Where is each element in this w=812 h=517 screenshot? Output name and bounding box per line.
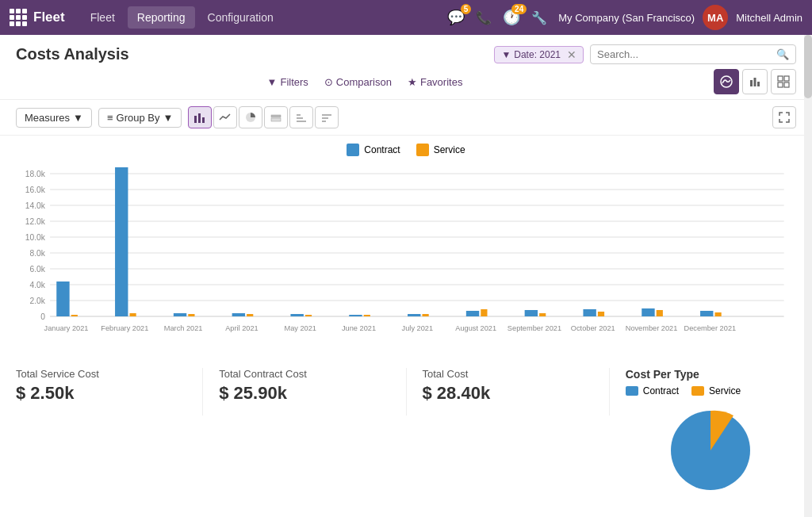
bar-nov-service[interactable] [657, 310, 663, 316]
bar-dec-service[interactable] [715, 312, 722, 316]
bar-dec-contract[interactable] [700, 311, 713, 316]
bar-feb-contract[interactable] [115, 167, 128, 316]
bar-aug-contract[interactable] [466, 311, 479, 316]
x-label-jan: January 2021 [44, 324, 89, 332]
view-grid-btn[interactable] [771, 69, 796, 94]
expand-btn[interactable] [772, 106, 796, 128]
svg-rect-3 [757, 82, 760, 86]
group-by-btn[interactable]: ≡ Group By ▼ [98, 108, 182, 128]
comparison-label: Comparison [336, 76, 392, 88]
bar-apr-contract[interactable] [232, 313, 245, 316]
contract-cost-label: Total Contract Cost [219, 368, 389, 380]
divider-1 [202, 368, 203, 416]
view-graph-btn[interactable] [714, 69, 739, 94]
bar-may-service[interactable] [305, 315, 312, 316]
pie-legend-contract: Contract [626, 385, 679, 396]
phone-btn[interactable]: 📞 [473, 7, 495, 29]
top-navigation: Fleet Fleet Reporting Configuration 💬 5 … [0, 0, 812, 35]
svg-rect-7 [784, 82, 789, 87]
x-label-jul: July 2021 [402, 324, 433, 332]
svg-rect-1 [750, 80, 753, 86]
svg-rect-5 [784, 76, 789, 81]
pie-title: Cost Per Type [626, 368, 699, 381]
legend-service-color [416, 144, 429, 156]
bar-sep-contract[interactable] [525, 310, 538, 316]
measures-label: Measures [25, 112, 70, 124]
total-cost-label: Total Cost [423, 368, 593, 380]
scrollbar-thumb[interactable] [804, 35, 812, 98]
svg-text:4.0k: 4.0k [30, 281, 46, 289]
stacked-btn[interactable] [264, 106, 288, 128]
filters-btn[interactable]: ▼ Filters [267, 76, 308, 88]
favorites-btn[interactable]: ★ Favorites [408, 76, 462, 88]
svg-text:8.0k: 8.0k [30, 249, 46, 258]
svg-text:2.0k: 2.0k [30, 297, 46, 305]
view-bar-btn[interactable] [742, 69, 768, 94]
svg-rect-8 [194, 116, 197, 123]
scrollbar[interactable] [804, 35, 812, 517]
page-header: Costs Analysis ▼ Date: 2021 ✕ 🔍 [0, 35, 812, 64]
favorites-star-icon: ★ [408, 76, 417, 88]
desc-sort-btn[interactable] [315, 106, 339, 128]
bar-chart-btn[interactable] [188, 106, 212, 128]
pie-chart-btn[interactable] [239, 106, 262, 128]
svg-rect-6 [778, 82, 783, 87]
group-by-chevron-icon: ▼ [163, 112, 173, 124]
notifications-badge: 5 [461, 4, 472, 14]
measures-chevron-icon: ▼ [73, 112, 83, 124]
svg-text:6.0k: 6.0k [30, 265, 46, 274]
company-name[interactable]: My Company (San Francisco) [558, 12, 695, 24]
asc-sort-btn[interactable] [289, 106, 313, 128]
wrench-btn[interactable]: 🔧 [528, 7, 550, 29]
page-title: Costs Analysis [16, 45, 129, 63]
brand-name[interactable]: Fleet [33, 10, 65, 25]
legend-service-label: Service [434, 144, 465, 155]
service-cost-value: $ 2.50k [16, 383, 186, 404]
y-axis: 18.0k 16.0k 14.0k 12.0k 10.0k 8.0k 6.0k … [25, 170, 784, 321]
chart-area: Contract Service 18.0k 16.0k 14.0k 12.0k… [0, 136, 812, 355]
user-avatar[interactable]: MA [703, 5, 728, 30]
bar-mar-service[interactable] [188, 314, 194, 316]
summary-contract-cost: Total Contract Cost $ 25.90k [219, 368, 405, 404]
summary-row: Total Service Cost $ 2.50k Total Contrac… [0, 355, 812, 511]
bar-jun-contract[interactable] [349, 315, 362, 316]
bar-jan-service[interactable] [71, 315, 78, 316]
pie-chart-wrap [663, 403, 758, 498]
clock-btn[interactable]: 🕐 24 [503, 9, 520, 26]
nav-reporting[interactable]: Reporting [128, 6, 195, 29]
bar-feb-service[interactable] [130, 313, 136, 316]
legend-contract: Contract [347, 144, 400, 156]
bar-sep-service[interactable] [539, 313, 546, 316]
search-icon[interactable]: 🔍 [776, 48, 789, 60]
group-by-lines-icon: ≡ [107, 112, 113, 124]
bar-mar-contract[interactable] [174, 313, 186, 316]
apps-grid[interactable] [10, 9, 27, 26]
measures-btn[interactable]: Measures ▼ [16, 108, 92, 128]
bar-oct-service[interactable] [598, 312, 604, 316]
bar-aug-service[interactable] [481, 309, 487, 316]
svg-rect-9 [198, 113, 201, 123]
comparison-btn[interactable]: ⊙ Comparison [324, 76, 392, 88]
nav-fleet[interactable]: Fleet [81, 6, 124, 29]
bar-may-contract[interactable] [290, 314, 303, 316]
bar-nov-contract[interactable] [642, 308, 654, 316]
line-chart-btn[interactable] [213, 106, 237, 128]
main-content: Costs Analysis ▼ Date: 2021 ✕ 🔍 ▼ Filter… [0, 35, 812, 517]
filter-tag-remove[interactable]: ✕ [567, 48, 576, 61]
date-filter-tag[interactable]: ▼ Date: 2021 ✕ [494, 46, 584, 63]
user-name[interactable]: Mitchell Admin [736, 12, 802, 24]
bar-apr-service[interactable] [247, 314, 253, 316]
chart-legend: Contract Service [16, 144, 796, 156]
summary-total-cost: Total Cost $ 28.40k [423, 368, 609, 404]
search-input[interactable] [597, 48, 776, 60]
filter-tag-label: Date: 2021 [514, 49, 561, 60]
bar-oct-contract[interactable] [583, 309, 596, 316]
bar-jan-contract[interactable] [56, 281, 69, 316]
notifications-btn[interactable]: 💬 5 [447, 9, 465, 26]
nav-configuration[interactable]: Configuration [198, 6, 283, 29]
bar-jul-contract[interactable] [408, 314, 420, 316]
legend-service: Service [416, 144, 465, 156]
bar-jun-service[interactable] [364, 315, 370, 316]
total-cost-value: $ 28.40k [423, 383, 593, 404]
bar-jul-service[interactable] [423, 314, 429, 316]
